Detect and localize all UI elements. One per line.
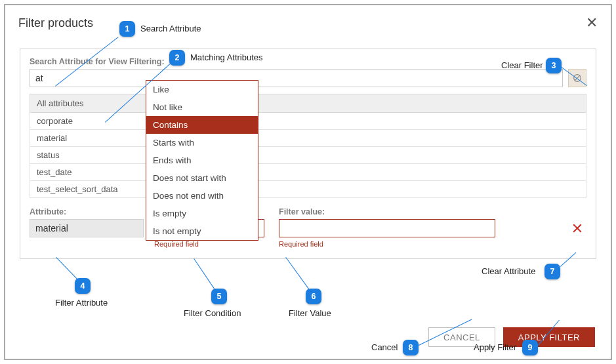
condition-required-text: Required field — [154, 240, 264, 248]
callout-badge-6: 6 — [306, 289, 321, 304]
close-icon — [571, 222, 584, 235]
dropdown-option[interactable]: Does not end with — [146, 187, 258, 205]
modal-header: Filter products ✕ — [5, 5, 611, 35]
attribute-field-label: Attribute: — [30, 207, 144, 216]
callout-badge-8: 8 — [403, 340, 419, 355]
modal-title: Filter products — [18, 16, 93, 30]
callout-badge-7: 7 — [544, 264, 560, 279]
dropdown-option[interactable]: Like — [146, 81, 258, 98]
attribute-list-header[interactable]: All attributes — [30, 94, 586, 113]
value-field-label: Filter value: — [279, 207, 495, 216]
list-item[interactable]: material — [30, 130, 586, 147]
list-item[interactable]: test_date — [30, 164, 586, 181]
clear-filter-icon — [572, 73, 583, 83]
value-required-text: Required field — [279, 240, 495, 248]
callout-label-8: Cancel — [371, 342, 398, 352]
dropdown-option[interactable]: Is empty — [146, 205, 258, 222]
callout-badge-5: 5 — [211, 289, 227, 304]
callout-label-4: Filter Attribute — [55, 298, 108, 308]
clear-filter-button[interactable] — [568, 69, 586, 87]
filter-modal: Filter products ✕ Search Attribute for V… — [4, 4, 612, 360]
callout-badge-4: 4 — [75, 278, 91, 294]
dropdown-option[interactable]: Contains — [146, 116, 258, 134]
list-item[interactable]: corporate — [30, 113, 586, 130]
svg-line-1 — [575, 76, 580, 81]
list-item[interactable]: status — [30, 147, 586, 164]
dropdown-option[interactable]: Ends with — [146, 152, 258, 169]
cancel-button[interactable]: CANCEL — [428, 327, 495, 347]
filter-value-input[interactable] — [279, 219, 495, 237]
list-item[interactable]: test_select_sort_data — [30, 181, 586, 198]
dropdown-option[interactable]: Starts with — [146, 134, 258, 152]
dropdown-option[interactable]: Does not start with — [146, 169, 258, 187]
callout-label-6: Filter Value — [289, 308, 331, 318]
search-input[interactable] — [30, 69, 563, 87]
dropdown-option[interactable]: Is not empty — [146, 222, 258, 240]
apply-filter-button[interactable]: APPLY FILTER — [503, 327, 595, 347]
filter-panel: Search Attribute for View Filtering: All… — [20, 49, 596, 259]
attribute-list: All attributes corporatematerialstatuste… — [30, 94, 586, 198]
callout-label-7: Clear Attribute — [482, 266, 535, 276]
callout-label-5: Filter Condition — [184, 308, 241, 318]
search-label: Search Attribute for View Filtering: — [30, 57, 586, 66]
close-icon[interactable]: ✕ — [586, 14, 598, 31]
clear-attribute-button[interactable] — [568, 219, 586, 237]
condition-dropdown-menu: LikeNot likeContainsStarts withEnds with… — [146, 80, 258, 241]
dropdown-option[interactable]: Not like — [146, 98, 258, 116]
attribute-field: material — [30, 219, 144, 237]
